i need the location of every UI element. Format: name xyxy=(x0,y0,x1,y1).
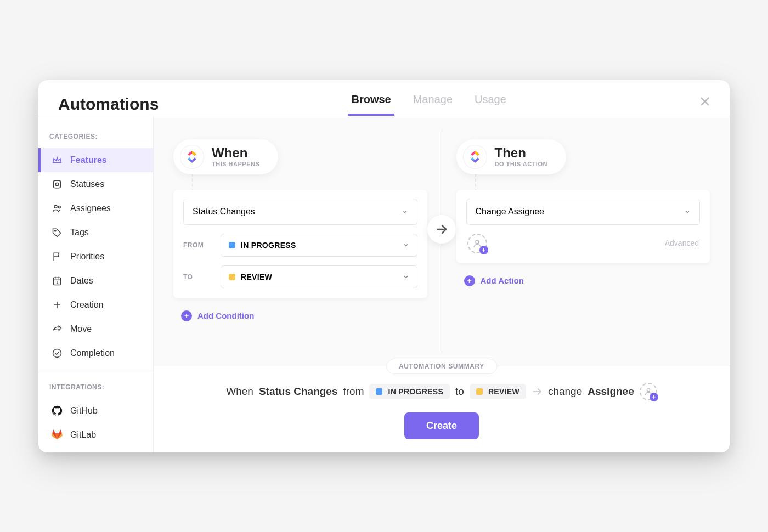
chevron-down-icon xyxy=(402,208,408,215)
share-icon xyxy=(52,324,63,335)
summary-from-chip: IN PROGRESS xyxy=(369,384,450,399)
plus-circle-icon: + xyxy=(181,310,192,321)
summary-trigger: Status Changes xyxy=(259,386,338,398)
tab-bar: Browse Manage Usage xyxy=(148,93,710,116)
arrow-right-icon xyxy=(532,386,543,397)
sidebar-item-completion[interactable]: Completion xyxy=(38,341,153,365)
plus-icon xyxy=(52,299,63,310)
action-select[interactable]: Change Assignee xyxy=(466,199,701,225)
clickup-logo-icon xyxy=(180,145,204,169)
github-icon xyxy=(52,405,63,416)
sidebar-item-label: Statuses xyxy=(70,179,104,189)
sidebar-item-label: GitHub xyxy=(70,406,98,416)
trigger-select[interactable]: Status Changes xyxy=(183,199,417,225)
integrations-label: INTEGRATIONS: xyxy=(38,379,153,399)
flag-icon xyxy=(52,251,63,262)
sidebar-item-creation[interactable]: Creation xyxy=(38,293,153,317)
crown-icon xyxy=(52,155,63,166)
then-column: Then DO THIS ACTION Change Assignee xyxy=(456,139,710,353)
svg-point-4 xyxy=(54,205,57,208)
add-action-label: Add Action xyxy=(481,276,524,285)
when-subtitle: THIS HAPPENS xyxy=(212,161,259,167)
to-status-value: REVIEW xyxy=(241,273,272,281)
categories-label: CATEGORIES: xyxy=(38,128,153,148)
create-button[interactable]: Create xyxy=(404,412,479,439)
square-icon xyxy=(52,179,63,190)
chevron-down-icon xyxy=(684,208,691,215)
status-color-icon xyxy=(476,388,483,395)
clickup-logo-icon xyxy=(463,145,487,169)
svg-point-5 xyxy=(58,206,60,208)
sidebar-item-statuses[interactable]: Statuses xyxy=(38,172,153,196)
trigger-value: Status Changes xyxy=(193,207,255,217)
then-header: Then DO THIS ACTION xyxy=(456,139,566,174)
chevron-down-icon xyxy=(403,274,409,280)
calendar-icon: 1 xyxy=(52,275,63,286)
when-column: When THIS HAPPENS Status Changes xyxy=(173,139,427,353)
plus-circle-icon: + xyxy=(464,275,475,286)
sidebar-item-label: Dates xyxy=(70,276,93,286)
add-assignee-button[interactable]: + xyxy=(467,234,487,253)
summary-target: Assignee xyxy=(588,386,634,398)
tab-browse[interactable]: Browse xyxy=(351,93,391,116)
sidebar-item-assignees[interactable]: Assignees xyxy=(38,196,153,220)
when-header: When THIS HAPPENS xyxy=(173,139,278,174)
summary-change-word: change xyxy=(548,386,582,398)
summary-to-chip: REVIEW xyxy=(470,384,526,399)
from-status-select[interactable]: IN PROGRESS xyxy=(221,234,417,257)
sidebar: CATEGORIES: Features Statuses Assignees xyxy=(38,116,154,452)
sidebar-item-move[interactable]: Move xyxy=(38,317,153,341)
chevron-down-icon xyxy=(403,242,409,248)
summary-label: AUTOMATION SUMMARY xyxy=(386,359,497,374)
from-status-value: IN PROGRESS xyxy=(241,241,296,250)
from-label: FROM xyxy=(183,241,212,249)
modal-title: Automations xyxy=(58,95,159,114)
status-color-icon xyxy=(376,388,382,395)
to-status-select[interactable]: REVIEW xyxy=(221,265,417,288)
sidebar-item-priorities[interactable]: Priorities xyxy=(38,245,153,269)
status-color-icon xyxy=(229,242,235,248)
modal-body: CATEGORIES: Features Statuses Assignees xyxy=(38,116,730,452)
svg-point-6 xyxy=(54,230,56,231)
sidebar-item-label: GitLab xyxy=(70,430,96,440)
svg-rect-3 xyxy=(56,183,59,185)
sidebar-item-label: Tags xyxy=(70,228,89,237)
main-area: When THIS HAPPENS Status Changes xyxy=(154,116,730,452)
add-action-button[interactable]: + Add Action xyxy=(456,275,710,286)
status-color-icon xyxy=(229,274,235,280)
svg-point-12 xyxy=(53,349,61,357)
sidebar-item-label: Priorities xyxy=(70,252,104,262)
sidebar-item-dates[interactable]: 1 Dates xyxy=(38,269,153,293)
svg-point-16 xyxy=(647,388,650,391)
tag-icon xyxy=(52,227,63,238)
sidebar-item-github[interactable]: GitHub xyxy=(38,399,153,423)
sidebar-item-label: Assignees xyxy=(70,203,111,213)
tab-usage[interactable]: Usage xyxy=(475,93,506,116)
advanced-link[interactable]: Advanced xyxy=(665,239,699,248)
modal-header: Automations Browse Manage Usage xyxy=(38,80,730,116)
to-label: TO xyxy=(183,273,212,281)
close-button[interactable] xyxy=(699,95,711,107)
automations-modal: Automations Browse Manage Usage CATEGORI… xyxy=(38,80,730,452)
when-title: When xyxy=(212,146,259,160)
automation-builder: When THIS HAPPENS Status Changes xyxy=(154,116,730,366)
action-value: Change Assignee xyxy=(476,207,544,217)
summary-from-word: from xyxy=(343,386,364,398)
sidebar-item-gitlab[interactable]: GitLab xyxy=(38,423,153,447)
sidebar-item-features[interactable]: Features xyxy=(38,148,153,172)
when-card: Status Changes FROM IN PROGRESS xyxy=(173,190,427,298)
flow-arrow-icon xyxy=(427,215,456,244)
then-title: Then xyxy=(495,146,547,160)
add-condition-button[interactable]: + Add Condition xyxy=(173,310,427,321)
summary-text: When Status Changes from IN PROGRESS to … xyxy=(173,383,710,400)
sidebar-item-tags[interactable]: Tags xyxy=(38,220,153,245)
then-card: Change Assignee + Advanced xyxy=(456,190,710,263)
sidebar-item-label: Creation xyxy=(70,300,103,310)
summary-assignee-icon[interactable]: + xyxy=(640,383,657,400)
then-subtitle: DO THIS ACTION xyxy=(495,161,547,167)
sidebar-divider xyxy=(38,372,153,372)
tab-manage[interactable]: Manage xyxy=(413,93,453,116)
gitlab-icon xyxy=(52,429,63,440)
check-circle-icon xyxy=(52,348,63,359)
plus-badge-icon: + xyxy=(650,393,658,401)
